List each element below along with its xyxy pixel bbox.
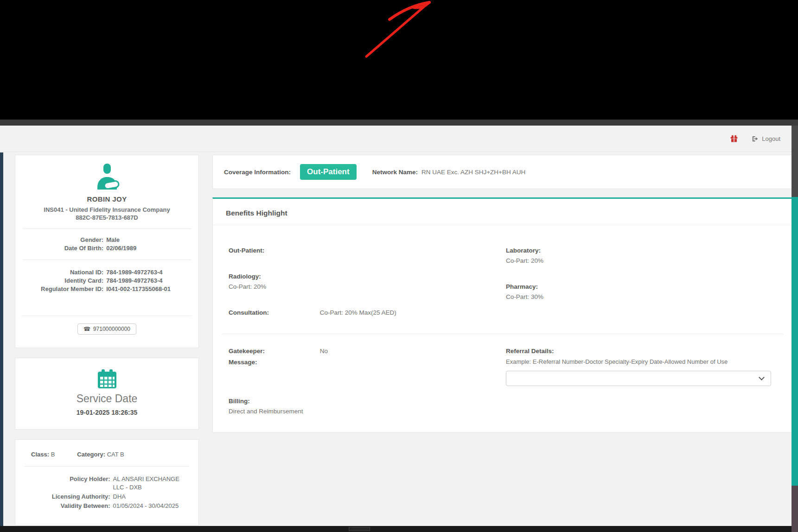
dob-row: Date Of Birth: 02/06/1989 bbox=[22, 244, 192, 253]
message-label: Message: bbox=[229, 357, 506, 367]
window-edge-strip bbox=[792, 126, 798, 532]
window-title-strip bbox=[0, 120, 798, 126]
benefits-title: Benefits Highlight bbox=[213, 199, 792, 225]
sign-out-icon bbox=[752, 135, 759, 142]
gift-icon[interactable] bbox=[730, 135, 738, 142]
id-block: National ID: 784-1989-4972763-4 Identity… bbox=[22, 268, 192, 293]
referral-example-text: Example: E-Referral Number-Doctor Specia… bbox=[506, 358, 777, 365]
main-content: Coverage Information: Out-Patient Networ… bbox=[212, 155, 793, 433]
bottom-taskbar bbox=[0, 526, 792, 532]
service-date-title: Service Date bbox=[22, 393, 192, 405]
validity-between-row: Validity Between: 01/05/2024 - 30/04/202… bbox=[25, 502, 189, 510]
topbar: Logout bbox=[0, 126, 792, 152]
referral-select[interactable] bbox=[506, 371, 771, 386]
edge-strip-teal bbox=[792, 197, 798, 486]
top-black-banner bbox=[0, 0, 798, 120]
category-label: Category: bbox=[77, 451, 105, 458]
taskbar-item bbox=[349, 527, 370, 531]
billing-value: Direct and Reimbursement bbox=[229, 406, 506, 417]
consultation-value: Co-Part: 20% Max(25 AED) bbox=[320, 308, 396, 318]
nav-sidebar-sliver bbox=[0, 152, 3, 532]
regulator-member-id-row: Regulator Member ID: I041-002-117355068-… bbox=[22, 285, 192, 293]
logout-button[interactable]: Logout bbox=[752, 135, 780, 142]
radiology-benefit: Radiology: Co-Part: 20% bbox=[229, 272, 506, 292]
red-arrow-annotation bbox=[362, 0, 436, 58]
patient-name: ROBIN JOY bbox=[22, 195, 192, 203]
policy-card: Class: B Category: CAT B Policy Holder: … bbox=[15, 439, 199, 526]
phone-button[interactable]: ☎ 971000000000 bbox=[77, 323, 136, 335]
gatekeeper-block: Gatekeeper: No Message: Billing: Direct … bbox=[229, 346, 506, 417]
calendar-icon bbox=[97, 369, 117, 389]
gender-row: Gender: Male bbox=[22, 236, 192, 244]
referral-details-label: Referral Details: bbox=[506, 346, 777, 356]
coverage-badge: Out-Patient bbox=[300, 164, 357, 180]
identity-card-row: Identity Card: 784-1989-4972763-4 bbox=[22, 277, 192, 285]
licensing-authority-row: Licensing Authority: DHA bbox=[25, 493, 189, 501]
patient-insurer: INS041 - United Fidelity Insurance Compa… bbox=[22, 206, 192, 214]
divider bbox=[222, 334, 783, 334]
class-label: Class: bbox=[31, 451, 49, 458]
network-name-label: Network Name: bbox=[372, 169, 418, 176]
benefits-grid: Out-Patient: Radiology: Co-Part: 20% Con… bbox=[229, 246, 777, 334]
benefits-left-column: Out-Patient: Radiology: Co-Part: 20% Con… bbox=[229, 246, 506, 334]
laboratory-benefit: Laboratory: Co-Part: 20% bbox=[506, 246, 777, 266]
national-id-row: National ID: 784-1989-4972763-4 bbox=[22, 268, 192, 277]
service-date-card: Service Date 19-01-2025 18:26:35 bbox=[15, 358, 199, 430]
coverage-label: Coverage Information: bbox=[224, 169, 291, 176]
billing-block: Billing: Direct and Reimbursement bbox=[229, 396, 506, 417]
phone-icon: ☎ bbox=[83, 326, 90, 332]
divider bbox=[23, 228, 191, 229]
billing-label: Billing: bbox=[229, 396, 506, 406]
edge-strip-mauve bbox=[792, 486, 798, 532]
patient-member-code: 882C-87E5-7813-687D bbox=[22, 214, 192, 222]
referral-block: Referral Details: Example: E-Referral Nu… bbox=[506, 346, 777, 417]
coverage-card: Coverage Information: Out-Patient Networ… bbox=[212, 155, 793, 189]
consultation-benefit: Consultation: Co-Part: 20% Max(25 AED) bbox=[229, 308, 506, 318]
divider bbox=[25, 466, 189, 467]
patient-card: ROBIN JOY INS041 - United Fidelity Insur… bbox=[15, 155, 199, 348]
out-patient-benefit: Out-Patient: bbox=[229, 246, 506, 256]
category-value: CAT B bbox=[107, 451, 124, 458]
service-date-value: 19-01-2025 18:26:35 bbox=[22, 409, 192, 416]
patient-avatar-icon bbox=[94, 164, 120, 190]
gatekeeper-label: Gatekeeper: bbox=[229, 346, 318, 356]
phone-number: 971000000000 bbox=[93, 326, 130, 332]
benefits-card: Benefits Highlight Out-Patient: Radiolog… bbox=[212, 197, 793, 433]
pharmacy-benefit: Pharmacy: Co-Part: 30% bbox=[506, 282, 777, 302]
sidebar: ROBIN JOY INS041 - United Fidelity Insur… bbox=[15, 155, 199, 532]
edge-strip-dark bbox=[792, 126, 798, 197]
network-name-value: RN UAE Exc. AZH SHJ+ZH+BH AUH bbox=[421, 169, 525, 176]
gatekeeper-value: No bbox=[320, 346, 328, 356]
benefits-right-column: Laboratory: Co-Part: 20% Pharmacy: Co-Pa… bbox=[506, 246, 777, 334]
policy-holder-row: Policy Holder: AL ANSARI EXCHANGE LLC - … bbox=[25, 475, 189, 492]
divider bbox=[23, 260, 191, 260]
class-category-row: Class: B Category: CAT B bbox=[25, 451, 189, 458]
class-value: B bbox=[51, 451, 55, 458]
logout-label: Logout bbox=[762, 135, 780, 142]
